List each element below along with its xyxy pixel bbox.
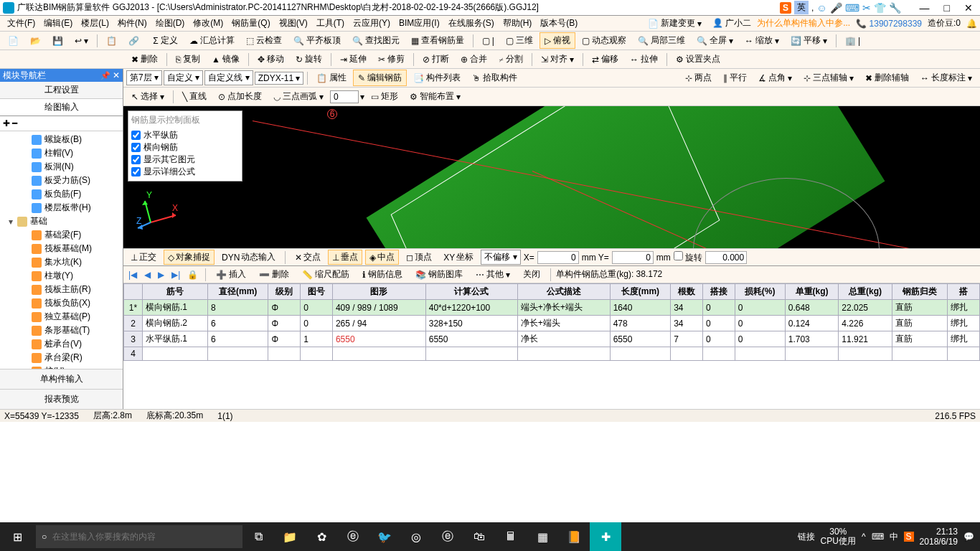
tree-item[interactable]: 筏板负筋(X) bbox=[1, 296, 121, 310]
tree-item[interactable]: 桩承台(V) bbox=[1, 337, 121, 351]
smart-layout-button[interactable]: ⚙ 智能布置 ▾ bbox=[405, 88, 466, 105]
tree-item[interactable]: 螺旋板(B) bbox=[1, 133, 121, 146]
menu-file[interactable]: 文件(F) bbox=[3, 17, 39, 29]
ime-scissor-icon[interactable]: ✂ bbox=[862, 2, 871, 14]
tree-item[interactable]: 基础梁(F) bbox=[1, 228, 121, 242]
component-list-button[interactable]: 📑 构件列表 bbox=[408, 70, 466, 86]
scale-rebar-button[interactable]: 📏 缩尺配筋 bbox=[297, 266, 354, 283]
property-button[interactable]: 📋 属性 bbox=[311, 70, 352, 86]
menu-tool[interactable]: 工具(T) bbox=[312, 17, 349, 29]
tree-item[interactable]: 板负筋(F) bbox=[1, 187, 121, 201]
user-label[interactable]: 👤 广小二 bbox=[712, 17, 751, 29]
pick-component-button[interactable]: 🖱 拾取构件 bbox=[467, 70, 522, 86]
chk-detail[interactable]: 显示详细公式 bbox=[131, 166, 239, 178]
tray-clock[interactable]: 21:132018/6/19 bbox=[920, 527, 958, 547]
point-length-button[interactable]: ⊙ 点加长度 bbox=[213, 88, 267, 105]
floor-dropdown[interactable]: 第7层 ▾ bbox=[126, 70, 162, 85]
delete-button[interactable]: ✖ 删除 bbox=[126, 51, 163, 67]
tree-item[interactable]: 集水坑(K) bbox=[1, 255, 121, 269]
local-3d-button[interactable]: ▢ 动态观察 bbox=[577, 32, 631, 49]
nav-last[interactable]: ▶| bbox=[169, 270, 182, 280]
maximize-button[interactable]: □ bbox=[940, 2, 954, 14]
menu-help[interactable]: 帮助(H) bbox=[499, 17, 537, 29]
trim-button[interactable]: ✂ 修剪 bbox=[373, 51, 410, 67]
parallel-button[interactable]: ∥ 平行 bbox=[718, 70, 752, 86]
merge-button[interactable]: ⊕ 合并 bbox=[456, 51, 492, 67]
snap-mid[interactable]: ◈ 中点 bbox=[365, 250, 399, 265]
rebar-table[interactable]: 筋号直径(mm)级别图号图形计算公式公式描述长度(mm)根数搭接损耗(%)单重(… bbox=[123, 283, 980, 361]
menu-version[interactable]: 版本号(B) bbox=[536, 17, 582, 29]
delete-row-button[interactable]: ➖ 删除 bbox=[254, 266, 294, 283]
new-button[interactable]: 📄 bbox=[3, 34, 24, 48]
align-button[interactable]: ⇲ 对齐 ▾ bbox=[536, 51, 579, 67]
tree-item[interactable]: 板受力筋(S) bbox=[1, 174, 121, 187]
view-rebar-button[interactable]: 🔍 查找图元 bbox=[347, 32, 405, 49]
tray-cpu[interactable]: 30%CPU使用 bbox=[821, 527, 856, 546]
explorer-icon[interactable]: 📁 bbox=[274, 522, 306, 551]
start-button[interactable]: ⊞ bbox=[0, 522, 34, 551]
search-input[interactable] bbox=[52, 532, 237, 542]
line-button[interactable]: ╲ 直线 bbox=[177, 88, 212, 105]
component-tree[interactable]: 螺旋板(B)柱帽(V)板洞(N)板受力筋(S)板负筋(F)楼层板带(H)▾基础基… bbox=[0, 131, 123, 369]
sum-button[interactable]: Σ 定义 bbox=[148, 32, 182, 49]
sogou-icon[interactable]: S bbox=[780, 2, 791, 14]
grip-button[interactable]: ⚙ 设置夹点 bbox=[671, 51, 725, 67]
extend-button[interactable]: ⇥ 延伸 bbox=[335, 51, 372, 67]
chrome-icon[interactable]: ◎ bbox=[400, 522, 432, 551]
app3-icon[interactable]: ✚ bbox=[590, 522, 621, 551]
table-row[interactable]: 2横向钢筋.26Φ0265 / 94328+150净长+端头47834000.1… bbox=[124, 316, 980, 331]
tree-item[interactable]: 承台梁(R) bbox=[1, 351, 121, 364]
tree-item[interactable]: 柱帽(V) bbox=[1, 146, 121, 160]
bird-icon[interactable]: 🐦 bbox=[369, 522, 400, 551]
other-button[interactable]: ⋯ 其他 ▾ bbox=[471, 266, 515, 283]
insert-row-button[interactable]: ➕ 插入 bbox=[211, 266, 251, 283]
osnap-toggle[interactable]: ◇ 对象捕捉 bbox=[164, 250, 215, 265]
top-view-button[interactable]: ▢ 三维 bbox=[501, 32, 538, 49]
task-view-icon[interactable]: ⧉ bbox=[242, 522, 274, 551]
rotate-button[interactable]: ↻ 旋转 bbox=[291, 51, 327, 67]
menu-view[interactable]: 视图(V) bbox=[275, 17, 312, 29]
nav-tab-project[interactable]: 工程设置 bbox=[0, 82, 123, 99]
report-preview-tab[interactable]: 报表预览 bbox=[0, 389, 123, 409]
3d-viewport[interactable]: 6 钢筋显示控制面板 水平纵筋 横向钢筋 显示其它图元 显示详细公式 X Y Z bbox=[123, 106, 980, 248]
minimize-button[interactable]: — bbox=[915, 2, 934, 14]
menu-floor[interactable]: 楼层(L) bbox=[77, 17, 113, 29]
snap-perp[interactable]: ⊥ 垂点 bbox=[328, 250, 362, 265]
menu-component[interactable]: 构件(N) bbox=[113, 17, 151, 29]
dimension-button[interactable]: ↔ 长度标注 ▾ bbox=[915, 70, 977, 86]
nav-next[interactable]: ▶ bbox=[156, 270, 166, 280]
nav-tab-draw[interactable]: 绘图输入 bbox=[0, 99, 123, 116]
rect-button[interactable]: ▭ 矩形 bbox=[366, 88, 403, 105]
nav-close-icon[interactable]: ✕ bbox=[113, 70, 120, 80]
clipboard-button[interactable]: 📋 bbox=[101, 34, 122, 48]
credit-label[interactable]: 造价豆:0 bbox=[928, 17, 961, 29]
new-change-button[interactable]: 📄 新建变更 ▾ bbox=[643, 15, 707, 32]
tray-lang[interactable]: 中 bbox=[890, 531, 898, 543]
chk-other[interactable]: 显示其它图元 bbox=[131, 154, 239, 166]
menu-draw[interactable]: 绘图(D) bbox=[151, 17, 189, 29]
table-row[interactable]: 3水平纵筋.16Φ165506550净长65507001.70311.921直筋… bbox=[124, 331, 980, 347]
select-button[interactable]: ↖ 选择 ▾ bbox=[126, 88, 169, 105]
menu-online[interactable]: 在线服务(S) bbox=[444, 17, 499, 29]
tree-item[interactable]: 独立基础(P) bbox=[1, 310, 121, 324]
snap-intersect[interactable]: ✕ 交点 bbox=[291, 250, 325, 265]
tray-ime-icon[interactable]: ⌨ bbox=[872, 532, 884, 542]
hint-link[interactable]: 为什么单构件输入中参... bbox=[757, 17, 850, 29]
nav-first[interactable]: |◀ bbox=[126, 270, 139, 280]
cloud-check-button[interactable]: ☁ 汇总计算 bbox=[184, 32, 240, 49]
tray-up-icon[interactable]: ^ bbox=[862, 532, 866, 542]
close-button[interactable]: ✕ bbox=[960, 2, 977, 14]
snap-vertex[interactable]: ◻ 顶点 bbox=[402, 250, 436, 265]
store-icon[interactable]: 🛍 bbox=[463, 522, 495, 551]
delete-axis-button[interactable]: ✖ 删除辅轴 bbox=[860, 70, 914, 86]
define-button[interactable]: 🔗 bbox=[123, 34, 146, 48]
three-point-axis-button[interactable]: ⊹ 三点辅轴 ▾ bbox=[798, 70, 859, 86]
rebar-lib-button[interactable]: 📚 钢筋图库 bbox=[410, 266, 468, 283]
menu-bim[interactable]: BIM应用(I) bbox=[395, 17, 444, 29]
chk-trans[interactable]: 横向钢筋 bbox=[131, 141, 239, 154]
pin-icon[interactable]: 📌 bbox=[100, 71, 110, 80]
tray-notifications[interactable]: 💬 bbox=[963, 532, 974, 542]
two-point-button[interactable]: ⊹ 两点 bbox=[680, 70, 717, 86]
table-row[interactable]: 4 bbox=[124, 347, 980, 361]
expand-icon[interactable]: ✚ bbox=[3, 118, 10, 128]
